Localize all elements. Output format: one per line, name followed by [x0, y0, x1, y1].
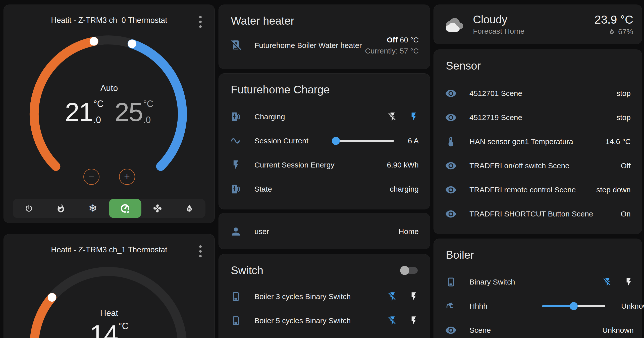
hhhh-value: Unknown: [621, 302, 634, 310]
hhhh-slider[interactable]: [542, 305, 605, 307]
card-title: Switch: [219, 254, 275, 280]
card-title: Boiler: [434, 239, 642, 264]
dots-vertical-icon[interactable]: [195, 245, 206, 258]
water-heater-card: Water heater Futurehome Boiler Water hea…: [219, 5, 430, 69]
session-current-slider[interactable]: [334, 140, 394, 142]
sensor-value: stop: [616, 113, 631, 122]
sensor-row[interactable]: 4512701 Scene stop: [434, 81, 642, 105]
hhhh-row[interactable]: Hhhh Unknown: [434, 294, 642, 318]
current-temp-frac: .0: [93, 116, 103, 125]
current-ac-icon: [230, 135, 242, 147]
thermometer-icon: [445, 136, 457, 147]
session-energy-value: 6.90 kWh: [387, 161, 419, 169]
session-current-value: 6 A: [408, 137, 419, 145]
hvac-mode-label: Heat: [4, 308, 214, 318]
water-heater-row[interactable]: Futurehome Boiler Water heater Off 60 °C…: [219, 30, 430, 61]
mode-fan-button[interactable]: [141, 199, 173, 218]
weather-card[interactable]: Cloudy Forecast Home 23.9 °C 67%: [434, 5, 642, 44]
sensor-row[interactable]: TRADFRI on/off switch Scene Off: [434, 154, 642, 178]
eye-icon: [445, 324, 457, 336]
eye-icon: [445, 88, 457, 99]
user-state: Home: [399, 227, 419, 236]
state-value: charging: [390, 185, 419, 193]
current-temperature: 21 °C .0: [65, 99, 103, 125]
flash-icon[interactable]: [409, 316, 419, 326]
ev-station-icon: [230, 111, 242, 123]
power-icon: [24, 204, 34, 213]
sensor-row[interactable]: 4512719 Scene stop: [434, 105, 642, 130]
fire-icon: [56, 204, 66, 213]
session-current-row[interactable]: Session Current 6 A: [219, 129, 430, 153]
thermostat-card-ch1: Heatit - Z-TRM3 ch_1 Thermostat Heat 14 …: [4, 234, 215, 338]
eye-icon: [445, 160, 457, 172]
dial-handle[interactable]: [48, 293, 56, 302]
thermostat-auto-icon: [120, 203, 131, 214]
weather-temperature: 23.9 °C: [595, 13, 633, 27]
flash-icon[interactable]: [409, 292, 419, 302]
light-switch-icon: [230, 291, 241, 302]
flash-off-icon[interactable]: [388, 112, 398, 122]
charging-row[interactable]: Charging: [219, 105, 430, 129]
light-switch-icon: [445, 276, 456, 288]
humidity-icon: [608, 28, 616, 35]
water-boiler-off-icon: [230, 39, 242, 51]
dial-temperatures: 21 °C .0 25 °C .0: [4, 99, 214, 125]
temp-unit: °C: [118, 322, 128, 331]
target-temperature: 25 °C .0: [115, 99, 153, 125]
target-temp-unit: °C: [143, 99, 153, 108]
fan-icon: [153, 204, 162, 213]
water-percent-icon: [185, 204, 194, 213]
scene-row[interactable]: Scene Unknown: [434, 318, 642, 338]
dial-handle-low[interactable]: [90, 37, 98, 46]
eye-icon: [445, 184, 457, 196]
state-row[interactable]: State charging: [219, 177, 430, 201]
dial-handle-high[interactable]: [128, 40, 136, 48]
thermostat-card-ch0: Heatit - Z-TRM3 ch_0 Thermostat Auto 21 …: [4, 5, 215, 223]
cloudy-icon: [443, 14, 466, 35]
hvac-mode-bar: ❄: [13, 199, 205, 218]
sensor-value: 14.6 °C: [606, 137, 631, 146]
boiler5-row[interactable]: Boiler 5 cycles Binary Switch: [219, 309, 430, 333]
mode-heat-button[interactable]: [45, 199, 77, 218]
user-row[interactable]: user Home: [219, 213, 430, 250]
card-title: Water heater: [219, 5, 430, 30]
cctv-icon: [445, 300, 457, 312]
boiler-card: Boiler Binary Switch Hhhh Unknown: [434, 239, 642, 338]
target-temp-frac: .0: [143, 116, 153, 125]
mode-auto-button[interactable]: [109, 199, 141, 218]
flash-icon: [230, 159, 241, 171]
water-heater-current-temp: Currently: 57 °C: [365, 45, 419, 57]
hvac-mode-label: Auto: [4, 83, 214, 93]
eye-icon: [445, 208, 457, 220]
binary-switch-row[interactable]: Binary Switch: [434, 270, 642, 294]
sensor-row[interactable]: HAN sensor gen1 Temperatura 14.6 °C: [434, 130, 642, 154]
temp-decrease-button[interactable]: −: [83, 169, 99, 185]
scene-value: Unknown: [602, 326, 634, 334]
flash-icon[interactable]: [624, 277, 634, 287]
sensor-row[interactable]: TRADFRI remote control Scene step down: [434, 178, 642, 202]
sensor-value: stop: [616, 89, 631, 98]
sensor-value: step down: [596, 186, 631, 194]
switch-card: Switch Boiler 3 cycles Binary Switch Boi…: [219, 254, 430, 338]
entity-name: Futurehome Boiler Water heater: [254, 41, 362, 50]
mode-cool-button[interactable]: ❄: [77, 199, 109, 218]
flash-off-icon[interactable]: [388, 292, 398, 302]
weather-condition: Cloudy: [473, 13, 524, 26]
temp-increase-button[interactable]: +: [119, 169, 135, 185]
thermostat-title: Heatit - Z-TRM3 ch_1 Thermostat: [4, 245, 214, 254]
flash-icon[interactable]: [409, 112, 419, 122]
light-switch-icon: [230, 315, 241, 326]
flash-off-icon[interactable]: [603, 277, 613, 287]
charge-card: Futurehome Charge Charging Session Curre…: [219, 73, 430, 209]
session-energy-row[interactable]: Current Session Energy 6.90 kWh: [219, 153, 430, 177]
flash-off-icon[interactable]: [388, 316, 398, 326]
mode-dry-button[interactable]: [174, 199, 205, 218]
switch-all-toggle[interactable]: [401, 267, 418, 274]
dots-vertical-icon[interactable]: [195, 15, 206, 28]
account-icon: [230, 226, 242, 238]
water-heater-state: Off 60 °C Currently: 57 °C: [365, 34, 419, 57]
boiler3-row[interactable]: Boiler 3 cycles Binary Switch: [219, 285, 430, 309]
thermostat-title: Heatit - Z-TRM3 ch_0 Thermostat: [4, 16, 214, 25]
mode-power-button[interactable]: [13, 199, 45, 218]
sensor-row[interactable]: TRADFRI SHORTCUT Button Scene On: [434, 202, 642, 226]
